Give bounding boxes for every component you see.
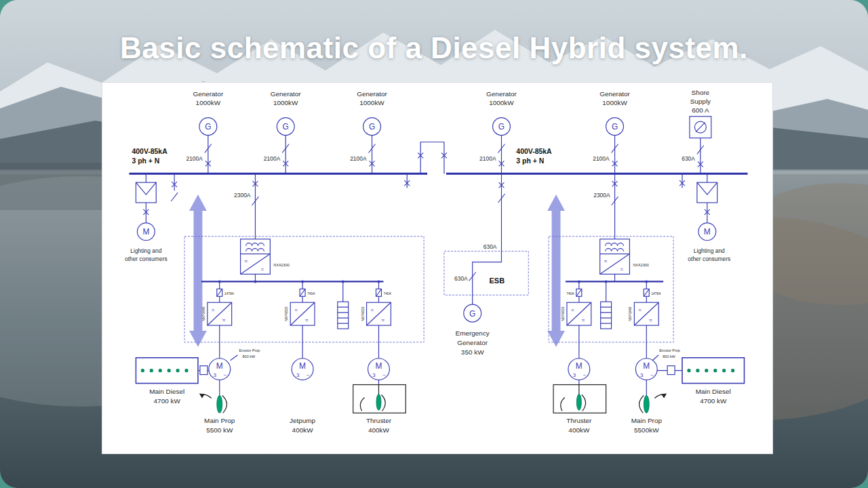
emergency-label-2: Generator	[457, 339, 488, 346]
motor-letter: M	[576, 361, 583, 371]
generator-letter: G	[369, 122, 375, 131]
emotor-label-2: 800 kW	[663, 354, 675, 359]
generator-letter: G	[498, 122, 505, 131]
shore-label-1: Shore	[692, 89, 710, 96]
slide-title: Basic schematic of a Diesel Hybrid syste…	[0, 31, 868, 65]
inverter-model: NXP0820	[285, 306, 288, 321]
main-diesel-power: 4700 kW	[154, 397, 181, 405]
dc-symbol: =	[638, 307, 642, 313]
inverter-model: NXP1640	[202, 306, 205, 321]
main-prop-motor-port: M 3 ~ Emotor Prop 800 kW	[209, 348, 260, 380]
shore-supply: Shore Supply 600 A 630A	[682, 89, 711, 174]
power-flow-arrow-starboard	[547, 195, 565, 347]
bus-spec-stbd-1: 400V-85kA	[516, 148, 552, 155]
motor-phase: 3	[573, 372, 576, 378]
generator-power: 1000kW	[602, 99, 627, 106]
feeder-rating: 2100A	[186, 155, 203, 162]
motor-sine: ~	[583, 372, 586, 378]
main-propeller-port: Main Prop 5500 kW	[199, 380, 235, 434]
generator-1: Generator 1000kW G 2100A	[186, 90, 223, 174]
bus-spec-stbd-2: 3 ph + N	[516, 157, 544, 165]
main-propeller-starboard: Main Prop 5500kW	[631, 380, 667, 434]
generator-name: Generator	[486, 90, 517, 98]
pitch-arrow	[199, 393, 205, 398]
ac-symbol: ≈	[649, 317, 652, 323]
power-flow-arrow-port	[189, 195, 207, 347]
lighting-label-2: other consumers	[125, 256, 167, 262]
esb-switch-rating: 630A	[454, 275, 468, 282]
emergency-power: 350 kW	[461, 348, 484, 356]
bus-spec-port-2: 3 ph + N	[132, 157, 159, 165]
motor-phase: 3	[372, 372, 376, 378]
diesel-engine-symbol	[682, 358, 744, 384]
clutch-symbol	[200, 366, 208, 375]
shore-label-3: 600 A	[692, 106, 709, 114]
motor-letter: M	[299, 361, 306, 371]
generator-letter: G	[469, 309, 475, 319]
dc-symbol: =	[212, 307, 215, 313]
bus-tie	[420, 142, 444, 174]
generator-2: Generator 1000kW G 2100A	[264, 90, 301, 174]
dc-symbol: =	[260, 266, 264, 272]
ac-symbol: ≈	[305, 317, 309, 323]
dc-symbol: =	[620, 266, 624, 272]
ac-symbol: ≈	[222, 317, 226, 323]
drive-feed-port: 2300A	[234, 174, 258, 239]
thruster-label: Thruster	[566, 417, 592, 424]
main-diesel-starboard: Main Diesel 4700 kW	[657, 358, 744, 405]
lighting-feeder-starboard: M Lighting and other consumers	[688, 174, 730, 262]
drive-feed-rating: 2300A	[593, 192, 610, 199]
presentation-slide: Basic schematic of a Diesel Hybrid syste…	[0, 0, 868, 488]
fuse-rating: 740A	[566, 292, 574, 296]
drive-feed-starboard: 2300A	[593, 174, 618, 239]
main-prop-motor-starboard: M 3 ~ Emotor Prop 800 kW	[635, 348, 680, 380]
main-diesel-port: Main Diesel 4700 kW	[136, 358, 208, 405]
generator-name: Generator	[193, 90, 223, 98]
ac-symbol: ≈	[381, 317, 384, 323]
main-diesel-label: Main Diesel	[696, 388, 731, 395]
shore-rating: 630A	[682, 155, 695, 162]
lighting-feeder-port: M Lighting and other consumers	[125, 174, 178, 262]
main-diesel-power: 4700 kW	[700, 397, 727, 405]
generator-name: Generator	[271, 90, 301, 98]
esb-label: ESB	[490, 277, 505, 285]
diesel-engine-symbol	[136, 358, 197, 384]
generator-name: Generator	[599, 90, 630, 98]
thruster-blade	[376, 394, 381, 410]
jetpump-power: 400kW	[292, 426, 314, 434]
motor-letter: M	[142, 227, 149, 237]
motor-phase: 3	[214, 372, 217, 378]
ac-symbol: ≈	[582, 317, 585, 323]
supply-filter-symbol	[600, 239, 630, 254]
dc-symbol: =	[294, 307, 298, 313]
busbars: 400V-85kA 3 ph + N 400V-85kA 3 ph + N	[129, 142, 747, 188]
feeder-rating: 2100A	[479, 155, 496, 162]
thruster-starboard: M 3 ~ Thruster 400kW	[553, 359, 606, 434]
motor-sine: ~	[650, 372, 654, 378]
generator-4: Generator 1000kW G 2100A	[479, 90, 517, 174]
drive-lineup-port: ≈ = NXA2300 1478A = ≈ NXP1640	[184, 237, 424, 359]
dc-symbol: =	[371, 307, 374, 313]
motor-letter: M	[643, 361, 650, 371]
generator-power: 1000kW	[489, 99, 514, 106]
ac-symbol: ≈	[604, 258, 608, 264]
inverter-model: NXP0820	[361, 306, 365, 321]
thruster-blade	[576, 394, 581, 410]
motor-sine: ~	[307, 372, 310, 378]
jetpump-label: Jetpump	[290, 417, 316, 424]
rectifier-model: NXA2300	[633, 263, 648, 267]
ac-symbol: ≈	[245, 258, 248, 264]
fuse-rating: 740A	[383, 292, 391, 296]
thruster-port: M 3 ~ Thruster 400kW	[353, 359, 406, 434]
inverter-model: NXP0820	[561, 306, 565, 321]
main-prop-label: Main Prop	[631, 417, 663, 424]
shore-label-2: Supply	[690, 98, 711, 105]
lighting-label-1: Lighting and	[694, 247, 725, 254]
thruster-power: 400kW	[368, 426, 390, 434]
thruster-power: 400kW	[568, 426, 590, 434]
motor-letter: M	[704, 227, 711, 237]
feeder-rating: 2100A	[593, 155, 610, 162]
fuse-rating: 1478A	[651, 292, 661, 296]
inverter-model: NXP1640	[629, 306, 632, 321]
feeder-rating: 2100A	[264, 155, 281, 162]
